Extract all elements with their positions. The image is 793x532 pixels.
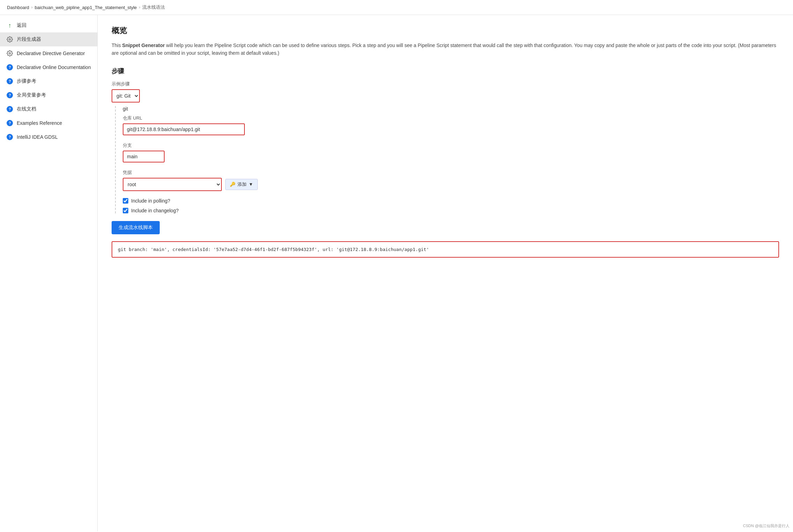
branch-label: 分支: [123, 142, 779, 149]
key-icon: 🔑: [230, 182, 235, 187]
sidebar-item-step-ref[interactable]: ? 步骤参考: [0, 74, 97, 88]
sidebar-item-label-directive: Declarative Directive Generator: [17, 51, 85, 56]
breadcrumb-current: 流水线语法: [142, 4, 165, 10]
overview-text: This Snippet Generator will help you lea…: [112, 41, 779, 57]
generate-button[interactable]: 生成流水线脚本: [112, 221, 160, 234]
repo-url-input[interactable]: [123, 123, 245, 135]
breadcrumb-dashboard[interactable]: Dashboard: [7, 5, 29, 10]
breadcrumb: Dashboard › baichuan_web_pipline_app1_Th…: [0, 0, 793, 15]
polling-checkbox[interactable]: [123, 198, 128, 204]
breadcrumb-sep-2: ›: [139, 5, 140, 10]
watermark: CSDN @临江仙我亦是行人: [743, 523, 790, 529]
gear-icon-snippet: [6, 36, 13, 43]
sidebar-item-label-snippet: 片段生成器: [17, 36, 41, 43]
sidebar-item-label-doc: 在线文档: [17, 106, 36, 112]
step-label: 示例步骤: [112, 81, 779, 87]
steps-title: 步骤: [112, 67, 779, 75]
repo-url-label: 仓库 URL: [123, 115, 779, 121]
gear-icon-directive: [6, 50, 13, 57]
svg-point-1: [9, 53, 11, 54]
sidebar-item-global-var[interactable]: ? 全局变量参考: [0, 88, 97, 102]
changelog-checkbox-row: Include in changelog?: [123, 208, 779, 213]
branch-group: 分支: [123, 142, 779, 162]
credentials-label: 凭据: [123, 169, 779, 176]
sidebar-item-label-online-doc: Declarative Online Documentation: [17, 64, 91, 70]
question-icon-examples: ?: [6, 120, 13, 127]
sidebar-item-examples[interactable]: ? Examples Reference: [0, 116, 97, 130]
sidebar-item-label-global: 全局变量参考: [17, 92, 46, 98]
page-title: 概览: [112, 25, 779, 36]
sidebar: ↑ 返回 片段生成器 Declarative Directive Generat…: [0, 15, 98, 531]
sidebar-item-label-step-ref: 步骤参考: [17, 78, 36, 84]
breadcrumb-pipeline[interactable]: baichuan_web_pipline_app1_The_statement_…: [35, 5, 137, 10]
changelog-label: Include in changelog?: [131, 208, 179, 213]
breadcrumb-sep-1: ›: [31, 5, 33, 10]
credentials-select[interactable]: root: [123, 178, 221, 190]
step-name-label: git: [123, 106, 779, 112]
sidebar-item-back[interactable]: ↑ 返回: [0, 18, 97, 32]
sidebar-item-label-back: 返回: [17, 22, 27, 29]
repo-url-group: 仓库 URL: [123, 115, 779, 135]
main-content: 概览 This Snippet Generator will help you …: [98, 15, 793, 531]
changelog-checkbox[interactable]: [123, 208, 128, 213]
step-select[interactable]: git: Git: [112, 90, 139, 102]
question-icon-step-ref: ?: [6, 78, 13, 85]
sidebar-item-intellij[interactable]: ? IntelliJ IDEA GDSL: [0, 130, 97, 144]
polling-label: Include in polling?: [131, 198, 170, 204]
sidebar-item-online-doc[interactable]: ? Declarative Online Documentation: [0, 60, 97, 74]
question-icon-online: ?: [6, 64, 13, 71]
sidebar-item-label-examples: Examples Reference: [17, 120, 62, 126]
sidebar-item-label-intellij: IntelliJ IDEA GDSL: [17, 134, 58, 140]
svg-point-0: [9, 39, 11, 40]
question-icon-intellij: ?: [6, 134, 13, 140]
question-icon-doc: ?: [6, 106, 13, 113]
sidebar-item-doc[interactable]: ? 在线文档: [0, 102, 97, 116]
branch-input[interactable]: [123, 151, 165, 162]
add-credentials-button[interactable]: 🔑 添加 ▼: [225, 179, 258, 190]
creds-select-wrapper: root: [123, 178, 222, 191]
credentials-row: root 🔑 添加 ▼: [123, 178, 779, 191]
sidebar-item-snippet-gen[interactable]: 片段生成器: [0, 32, 97, 46]
credentials-group: 凭据 root 🔑 添加 ▼: [123, 169, 779, 191]
sidebar-item-directive-gen[interactable]: Declarative Directive Generator: [0, 46, 97, 60]
question-icon-global: ?: [6, 92, 13, 99]
polling-checkbox-row: Include in polling?: [123, 198, 779, 204]
form-section: git 仓库 URL 分支 凭据 root: [115, 106, 779, 213]
result-box: git branch: 'main', credentialsId: '57e7…: [112, 241, 779, 258]
arrow-up-icon: ↑: [6, 22, 13, 29]
step-dropdown-wrapper: git: Git: [112, 89, 140, 102]
chevron-down-icon: ▼: [249, 182, 253, 187]
